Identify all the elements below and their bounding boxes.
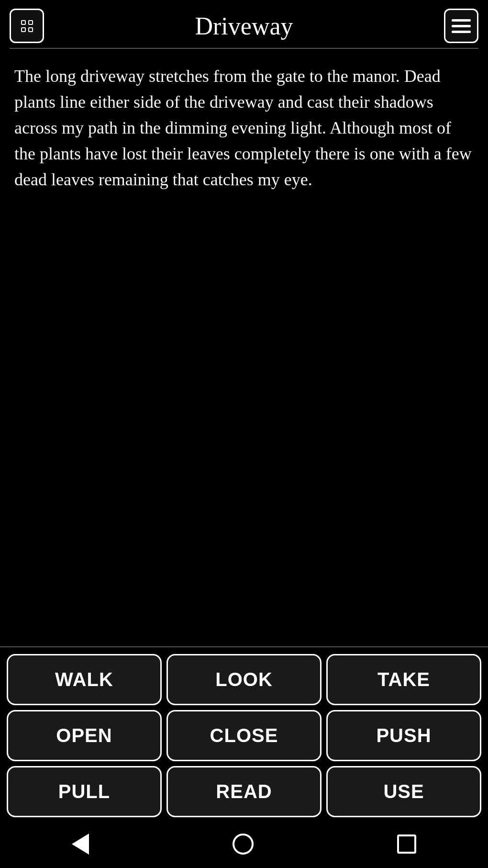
- main-content: The long driveway stretches from the gat…: [0, 49, 488, 646]
- use-button[interactable]: USE: [326, 766, 481, 817]
- read-button[interactable]: READ: [166, 766, 322, 817]
- menu-icon: [452, 19, 471, 33]
- nav-recent-button[interactable]: [397, 834, 416, 854]
- look-button[interactable]: LOOK: [166, 654, 322, 705]
- walk-button[interactable]: WALK: [7, 654, 162, 705]
- android-nav-bar: [0, 824, 488, 868]
- game-controller-button[interactable]: [10, 9, 44, 43]
- take-button[interactable]: TAKE: [326, 654, 481, 705]
- action-grid: WALK LOOK TAKE OPEN CLOSE PUSH PULL READ…: [0, 647, 488, 824]
- page-title: Driveway: [44, 12, 444, 40]
- menu-button[interactable]: [444, 9, 478, 43]
- recent-icon: [397, 834, 416, 854]
- game-controller-icon: [21, 20, 33, 32]
- nav-back-button[interactable]: [72, 834, 89, 855]
- back-icon: [72, 834, 89, 855]
- open-button[interactable]: OPEN: [7, 710, 162, 761]
- pull-button[interactable]: PULL: [7, 766, 162, 817]
- scene-description: The long driveway stretches from the gat…: [14, 63, 474, 192]
- close-button[interactable]: CLOSE: [166, 710, 322, 761]
- header: Driveway: [0, 0, 488, 48]
- nav-home-button[interactable]: [233, 834, 254, 855]
- home-icon: [233, 834, 254, 855]
- push-button[interactable]: PUSH: [326, 710, 481, 761]
